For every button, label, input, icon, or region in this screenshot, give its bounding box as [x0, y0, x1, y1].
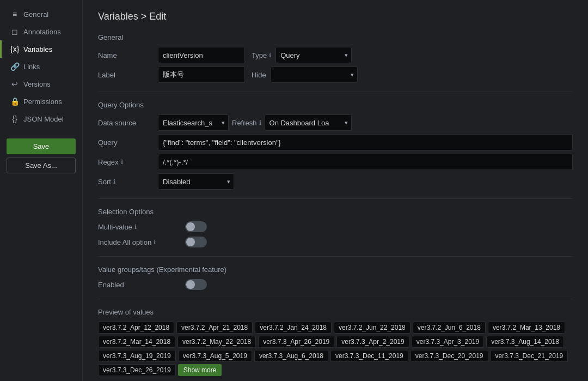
- sort-select[interactable]: Disabled Alphabetical (asc) Alphabetical…: [158, 173, 234, 190]
- show-more-button[interactable]: Show more: [178, 364, 222, 376]
- preview-tag[interactable]: ver3.7.2_May_22_2018: [177, 336, 256, 348]
- query-input[interactable]: [158, 134, 573, 150]
- preview-tag[interactable]: ver3.7.2_Apr_21_2018: [176, 322, 253, 334]
- enabled-row: Enabled: [98, 279, 573, 290]
- sidebar-label-links: Links: [23, 63, 40, 71]
- preview-tag[interactable]: ver3.7.3_Dec_11_2019: [330, 350, 408, 362]
- versions-icon: ↩: [10, 80, 19, 88]
- divider-4: [98, 299, 573, 299]
- type-select-wrapper: Query Custom Textbox Constant Datasource…: [275, 47, 352, 63]
- enabled-toggle[interactable]: [185, 279, 207, 290]
- preview-tag[interactable]: ver3.7.3_Apr_2_2019: [336, 336, 409, 348]
- sidebar-item-versions[interactable]: ↩ Versions: [0, 75, 82, 93]
- permissions-icon: 🔒: [10, 97, 19, 106]
- hide-label: Hide: [252, 71, 266, 79]
- preview-tag[interactable]: ver3.7.3_Aug_19_2019: [98, 350, 176, 362]
- enabled-slider: [185, 279, 207, 290]
- page-title: Variables > Edit: [98, 11, 573, 22]
- sidebar-label-json-model: JSON Model: [23, 115, 64, 123]
- links-icon: 🔗: [10, 62, 19, 71]
- sidebar-label-general: General: [23, 10, 48, 19]
- json-model-icon: {}: [10, 114, 19, 123]
- selection-section-title: Selection Options: [98, 208, 573, 216]
- sidebar-actions: Save Save As...: [0, 138, 82, 173]
- query-label: Query: [98, 138, 158, 147]
- enabled-label: Enabled: [98, 281, 185, 289]
- divider-2: [98, 198, 573, 199]
- sidebar-label-permissions: Permissions: [23, 98, 62, 106]
- label-label: Label: [98, 71, 158, 79]
- preview-section-title: Preview of values: [98, 308, 573, 316]
- preview-tag[interactable]: ver3.7.3_Apr_26_2019: [258, 336, 334, 348]
- main-content: Variables > Edit General Name Type ℹ Que…: [83, 0, 588, 381]
- preview-tag[interactable]: ver3.7.3_Dec_26_2019: [98, 364, 176, 376]
- include-all-info-icon: ℹ: [154, 239, 156, 246]
- query-row: Query: [98, 134, 573, 150]
- multi-value-toggle[interactable]: [185, 221, 207, 232]
- hide-section: Hide Label Variable: [252, 66, 358, 83]
- hide-select-wrapper: Label Variable: [271, 66, 358, 83]
- type-section: Type ℹ Query Custom Textbox Constant Dat…: [252, 47, 352, 63]
- hide-select[interactable]: Label Variable: [271, 66, 358, 83]
- regex-label: Regex ℹ: [98, 158, 158, 166]
- name-row: Name Type ℹ Query Custom Textbox Constan…: [98, 47, 573, 63]
- datasource-select-wrapper: Elasticsearch_s: [158, 114, 229, 131]
- multi-value-info-icon: ℹ: [134, 223, 137, 231]
- regex-info-icon: ℹ: [121, 159, 123, 166]
- sort-info-icon: ℹ: [113, 178, 115, 185]
- divider-3: [98, 256, 573, 257]
- sidebar-label-variables: Variables: [23, 45, 52, 53]
- sidebar-item-permissions[interactable]: 🔒 Permissions: [0, 93, 82, 110]
- sort-label: Sort ℹ: [98, 178, 158, 186]
- sidebar-item-variables[interactable]: {x} Variables: [0, 40, 82, 58]
- preview-tag[interactable]: ver3.7.2_Mar_13_2018: [488, 322, 565, 334]
- preview-tag[interactable]: ver3.7.2_Apr_12_2018: [98, 322, 174, 334]
- preview-tag[interactable]: ver3.7.3_Aug_14_2018: [486, 336, 564, 348]
- sidebar-label-annotations: Annotations: [23, 28, 61, 36]
- include-all-label: Include All option ℹ: [98, 238, 185, 246]
- save-as-button[interactable]: Save As...: [7, 158, 76, 173]
- regex-row: Regex ℹ: [98, 154, 573, 170]
- sidebar-item-general[interactable]: ≡ General: [0, 5, 82, 23]
- refresh-select-wrapper: On Dashboard Loa Never On Time Range Cha…: [265, 114, 352, 131]
- preview-tag[interactable]: ver3.7.2_Jun_22_2018: [334, 322, 411, 334]
- preview-tag[interactable]: ver3.7.3_Dec_21_2019: [491, 350, 568, 362]
- refresh-select[interactable]: On Dashboard Loa Never On Time Range Cha…: [265, 114, 352, 131]
- label-input[interactable]: [158, 66, 245, 83]
- preview-tag[interactable]: ver3.7.3_Dec_20_2019: [411, 350, 488, 362]
- multi-value-label: Multi-value ℹ: [98, 223, 185, 231]
- preview-tag[interactable]: ver3.7.3_Apr_3_2019: [412, 336, 484, 348]
- refresh-label: Refresh ℹ: [232, 119, 261, 127]
- general-icon: ≡: [10, 10, 19, 19]
- datasource-select[interactable]: Elasticsearch_s: [158, 114, 229, 131]
- include-all-slider: [185, 237, 207, 247]
- save-button[interactable]: Save: [7, 138, 76, 154]
- type-label: Type ℹ: [252, 51, 271, 59]
- sidebar-item-json-model[interactable]: {} JSON Model: [0, 110, 82, 128]
- preview-tag[interactable]: ver3.7.2_Jan_24_2018: [255, 322, 332, 334]
- preview-tag[interactable]: ver3.7.2_Jun_6_2018: [413, 322, 486, 334]
- include-all-row: Include All option ℹ: [98, 237, 573, 247]
- regex-input[interactable]: [158, 154, 573, 170]
- include-all-toggle[interactable]: [185, 237, 207, 247]
- type-select[interactable]: Query Custom Textbox Constant Datasource…: [275, 47, 352, 63]
- preview-tag[interactable]: ver3.7.3_Aug_6_2018: [254, 350, 328, 362]
- refresh-info-icon: ℹ: [259, 119, 261, 126]
- name-label: Name: [98, 51, 158, 59]
- query-options-section-title: Query Options: [98, 101, 573, 109]
- preview-tags-container: ver3.7.2_Apr_12_2018ver3.7.2_Apr_21_2018…: [98, 322, 573, 376]
- sidebar-label-versions: Versions: [23, 80, 51, 88]
- name-input[interactable]: [158, 47, 245, 63]
- label-row: Label Hide Label Variable: [98, 66, 573, 83]
- multi-value-slider: [185, 221, 207, 232]
- sidebar: ≡ General ◻ Annotations {x} Variables 🔗 …: [0, 0, 83, 381]
- datasource-row: Data source Elasticsearch_s Refresh ℹ On…: [98, 114, 573, 131]
- preview-tag[interactable]: ver3.7.3_Aug_5_2019: [178, 350, 252, 362]
- sidebar-item-links[interactable]: 🔗 Links: [0, 58, 82, 75]
- type-info-icon: ℹ: [269, 52, 271, 59]
- multi-value-row: Multi-value ℹ: [98, 221, 573, 232]
- preview-tag[interactable]: ver3.7.2_Mar_14_2018: [98, 336, 175, 348]
- datasource-controls: Elasticsearch_s Refresh ℹ On Dashboard L…: [158, 114, 352, 131]
- sidebar-item-annotations[interactable]: ◻ Annotations: [0, 23, 82, 40]
- sort-row: Sort ℹ Disabled Alphabetical (asc) Alpha…: [98, 173, 573, 190]
